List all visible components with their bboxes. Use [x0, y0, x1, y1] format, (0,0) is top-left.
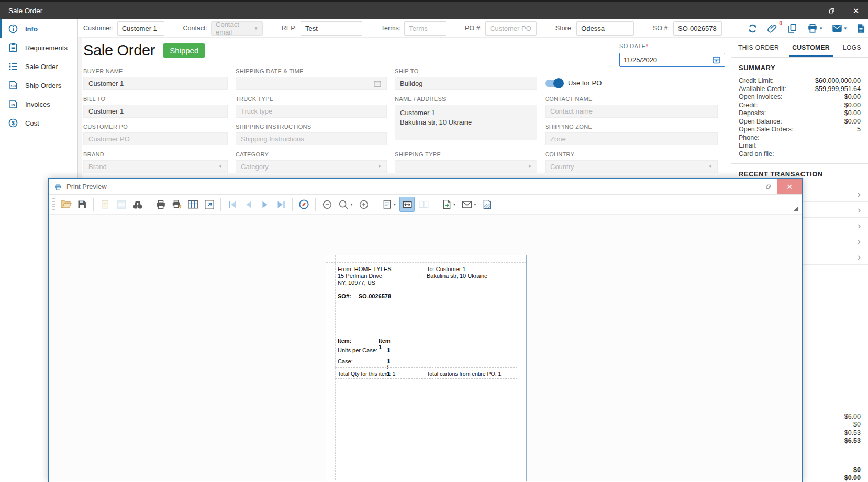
hand-tool-button[interactable] [296, 197, 311, 212]
contact-select[interactable]: Contact email▼ [211, 21, 263, 36]
dialog-maximize-button[interactable] [760, 179, 777, 194]
copy-button[interactable] [787, 23, 798, 34]
quick-print-icon [171, 199, 183, 210]
sidebar-item-invoices[interactable]: IN Invoices [0, 95, 77, 114]
brand-select[interactable]: Brand▼ [83, 160, 228, 173]
contact-label: Contact: [183, 25, 207, 32]
quick-print-button[interactable] [169, 197, 184, 212]
contact-name-field: CONTACT NAME Contact name [545, 96, 718, 118]
store-input[interactable]: Odessa [576, 21, 634, 36]
bill-to-input[interactable]: Customer 1 [83, 105, 228, 118]
category-select[interactable]: Category▼ [236, 160, 387, 173]
calendar-icon [712, 55, 721, 64]
summary-row: Card on file: [739, 150, 861, 159]
sidebar-item-cost[interactable]: $ Cost [0, 114, 77, 132]
customer-po-input[interactable]: Customer PO [83, 132, 228, 145]
first-page-button[interactable] [225, 197, 240, 212]
scale-button[interactable] [202, 197, 217, 212]
sidebar-item-sale-order[interactable]: Sale Order [0, 57, 77, 76]
ship-orders-icon: SH [8, 80, 18, 91]
sidebar-item-label: Cost [25, 119, 39, 127]
toolbar-grip [52, 198, 55, 211]
shipping-instructions-input[interactable]: Shipping Instructions [236, 132, 387, 145]
find-button[interactable] [130, 197, 145, 212]
app-close-button[interactable]: ✕ [844, 2, 868, 19]
sidebar-item-requirements[interactable]: Requirements [0, 38, 77, 57]
so-number-input[interactable]: SO-0026578 [673, 21, 722, 36]
zoom-mode-button[interactable]: ▾ [379, 197, 398, 212]
dialog-close-button[interactable]: ✕ [777, 179, 802, 194]
rep-input[interactable]: Test [301, 21, 362, 36]
sidebar-item-info[interactable]: Info [0, 19, 77, 38]
header-toolbar: Customer: Customer 1 Contact: Contact em… [78, 19, 868, 38]
save-icon [76, 199, 87, 210]
save-button[interactable] [74, 197, 90, 212]
doc-from-block: From: HOME TYLES 15 Perlman Drive NY, 10… [338, 266, 391, 286]
print-preview-title: Print Preview [66, 183, 107, 190]
page-setup-button[interactable] [185, 197, 201, 212]
window-title: Sale Order [8, 5, 42, 15]
page-width-button[interactable] [399, 197, 415, 212]
use-for-po-toggle[interactable] [545, 80, 563, 87]
refresh-button[interactable] [747, 23, 758, 34]
summary-heading: SUMMARY [739, 64, 861, 72]
toolbar-separator [375, 198, 375, 211]
customer-input[interactable]: Customer 1 [117, 21, 164, 36]
brand-label: BRAND [83, 151, 228, 158]
previous-page-button[interactable] [241, 197, 256, 212]
brand-field: BRAND Brand▼ [83, 151, 228, 173]
sidebar-item-ship-orders[interactable]: SH Ship Orders [0, 76, 77, 95]
truck-type-input[interactable]: Truck type [236, 105, 387, 118]
customer-label: Customer: [83, 25, 114, 32]
buyer-name-input[interactable]: Customer 1 [83, 77, 228, 90]
watermark-button[interactable] [480, 197, 495, 212]
app-restore-button[interactable] [820, 2, 844, 19]
shipping-type-select[interactable]: ▼ [395, 160, 537, 173]
dialog-minimize-button[interactable]: – [742, 179, 760, 194]
print-preview-titlebar[interactable]: Print Preview – ✕ [49, 179, 802, 195]
document-icon [855, 23, 866, 34]
so-date-input[interactable]: 11/25/2020 [619, 53, 725, 67]
print-menu-button[interactable]: ▾ [807, 23, 822, 34]
email-button[interactable]: ▾ [459, 197, 478, 212]
contact-name-input[interactable]: Contact name [545, 105, 718, 118]
tab-logs[interactable]: LOGS [843, 38, 861, 57]
app-minimize-button[interactable]: – [796, 2, 820, 19]
terms-input[interactable]: Terms [404, 21, 446, 36]
parameters-clipboard-icon [99, 199, 110, 210]
next-page-button[interactable] [257, 197, 272, 212]
print-button[interactable] [153, 197, 168, 212]
totals-value: $0 [844, 421, 861, 429]
minimize-icon: – [749, 183, 752, 190]
email-menu-button[interactable]: ▾ [831, 23, 847, 34]
zoom-in-button[interactable] [356, 197, 371, 212]
shipping-zone-input[interactable]: Zone [545, 132, 718, 145]
toolbar-separator [149, 198, 149, 211]
open-button[interactable] [58, 197, 73, 212]
tab-customer[interactable]: CUSTOMER [792, 38, 830, 57]
toolbar-overflow-icon[interactable] [794, 207, 798, 211]
name-address-textarea[interactable]: Customer 1 Bakulina str, 10 Ukraine [395, 105, 537, 140]
print-preview-icon [54, 183, 62, 191]
export-button[interactable]: ▾ [439, 197, 458, 212]
tab-this-order[interactable]: THIS ORDER [738, 38, 779, 57]
chevron-right-icon: › [858, 236, 861, 246]
close-icon: ✕ [853, 6, 860, 16]
zoom-out-button[interactable] [319, 197, 335, 212]
ship-to-input[interactable]: Bulldog [395, 77, 537, 90]
toolbar-separator [220, 198, 221, 211]
app-titlebar[interactable]: Sale Order – ✕ [0, 0, 868, 19]
document-menu-button[interactable]: ▾ [855, 23, 868, 34]
shipping-datetime-input[interactable] [236, 77, 387, 90]
customer-po-field: CUSTOMER PO Customer PO [83, 124, 228, 145]
po-number-input[interactable]: Customer PO [485, 21, 537, 36]
header-footer-button [114, 197, 129, 212]
status-badge: Shipped [163, 43, 205, 58]
multiple-pages-icon [418, 199, 429, 210]
invoices-icon: IN [8, 99, 18, 109]
last-page-button[interactable] [273, 197, 288, 212]
summary-row: Deposits:$0.00 [739, 109, 861, 118]
magnifier-button[interactable]: ▾ [336, 197, 355, 212]
country-select[interactable]: Country▼ [545, 160, 718, 173]
attachments-button[interactable]: 0 [767, 23, 778, 34]
